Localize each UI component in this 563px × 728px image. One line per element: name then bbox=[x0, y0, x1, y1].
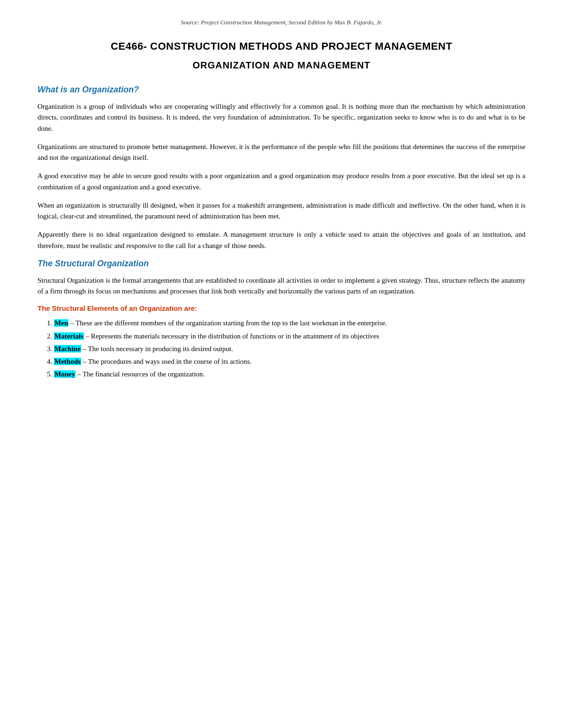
highlight-methods: Methods bbox=[54, 358, 81, 365]
section-structural-organization: The Structural Organization Structural O… bbox=[38, 259, 525, 380]
list-item-men: 1. Men – These are the different members… bbox=[47, 318, 525, 329]
structural-elements-list: 1. Men – These are the different members… bbox=[38, 318, 525, 380]
paragraph-4: When an organization is structurally ill… bbox=[38, 200, 525, 222]
main-title: CE466- CONSTRUCTION METHODS AND PROJECT … bbox=[38, 40, 525, 53]
paragraph-3: A good executive may be able to secure g… bbox=[38, 171, 525, 193]
section-what-is-organization: What is an Organization? Organization is… bbox=[38, 85, 525, 251]
list-number-1: 1. bbox=[47, 319, 54, 327]
list-item-money: 5. Money – The financial resources of th… bbox=[47, 369, 525, 380]
section-heading-organization: What is an Organization? bbox=[38, 85, 525, 95]
subsection-structural-elements: The Structural Elements of an Organizati… bbox=[38, 304, 525, 380]
highlight-materials: Materials bbox=[54, 332, 84, 340]
list-number-5: 5. bbox=[47, 370, 54, 378]
list-number-2: 2. bbox=[47, 332, 54, 340]
list-text-methods: – The procedures and ways used in the co… bbox=[81, 358, 251, 365]
source-citation: Source: Project Construction Management,… bbox=[38, 19, 525, 26]
paragraph-5: Apparently there is no ideal organizatio… bbox=[38, 229, 525, 251]
section-heading-structural: The Structural Organization bbox=[38, 259, 525, 269]
list-item-materials: 2. Materials – Represents the materials … bbox=[47, 331, 525, 342]
list-text-money: – The financial resources of the organiz… bbox=[76, 370, 205, 378]
list-item-methods: 4. Methods – The procedures and ways use… bbox=[47, 356, 525, 367]
paragraph-2: Organizations are structured to promote … bbox=[38, 142, 525, 164]
paragraph-1: Organization is a group of individuals w… bbox=[38, 101, 525, 134]
subsection-heading: The Structural Elements of an Organizati… bbox=[38, 304, 525, 312]
list-number-4: 4. bbox=[47, 358, 54, 365]
list-item-machine: 3. Machine – The tools necessary in prod… bbox=[47, 344, 525, 354]
highlight-men: Men bbox=[54, 319, 68, 327]
sub-title: ORGANIZATION AND MANAGEMENT bbox=[38, 60, 525, 71]
list-text-men: – These are the different members of the… bbox=[68, 319, 387, 327]
paragraph-structural: Structural Organization is the formal ar… bbox=[38, 275, 525, 297]
highlight-machine: Machine bbox=[54, 345, 81, 353]
highlight-money: Money bbox=[54, 370, 76, 378]
list-text-materials: – Represents the materials necessary in … bbox=[84, 332, 379, 340]
list-text-machine: – The tools necessary in producing its d… bbox=[81, 345, 233, 353]
list-number-3: 3. bbox=[47, 345, 54, 353]
